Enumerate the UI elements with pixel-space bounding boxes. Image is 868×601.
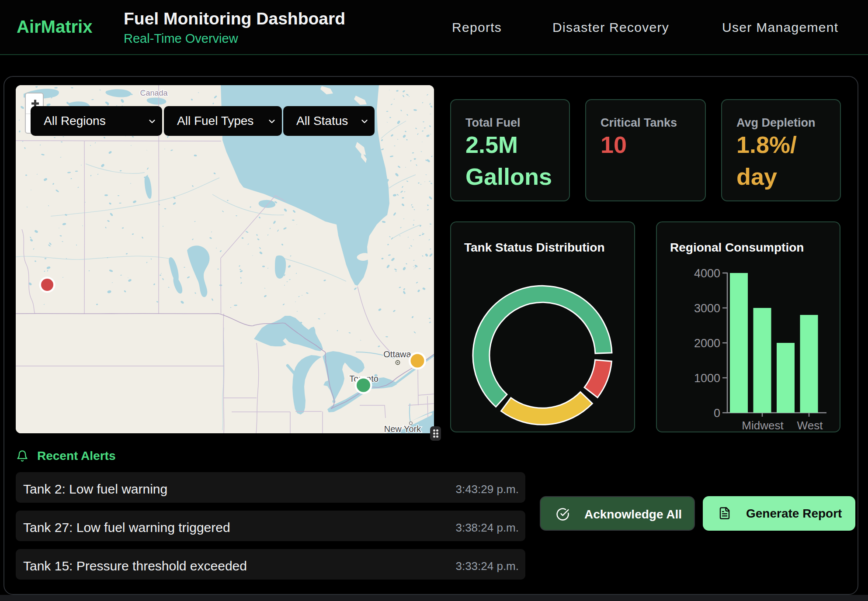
svg-text:Canada: Canada bbox=[140, 89, 168, 97]
svg-text:1000: 1000 bbox=[694, 372, 720, 385]
svg-text:4000: 4000 bbox=[694, 267, 720, 280]
svg-text:0: 0 bbox=[714, 407, 720, 420]
svg-text:Ottawa: Ottawa bbox=[383, 349, 411, 359]
svg-text:2000: 2000 bbox=[694, 337, 720, 350]
svg-text:West: West bbox=[797, 419, 823, 432]
svg-text:New York: New York bbox=[384, 424, 421, 433]
svg-text:3000: 3000 bbox=[694, 302, 720, 315]
svg-text:Midwest: Midwest bbox=[742, 419, 784, 432]
